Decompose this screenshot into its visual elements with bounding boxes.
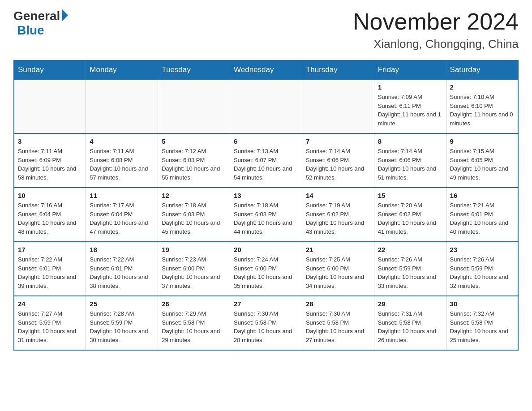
day-number: 29 — [378, 300, 442, 308]
logo-general-text: General — [13, 9, 60, 23]
calendar-cell: 3Sunrise: 7:11 AMSunset: 6:09 PMDaylight… — [14, 133, 86, 188]
day-info: Sunrise: 7:14 AMSunset: 6:06 PMDaylight:… — [306, 147, 370, 182]
day-number: 7 — [306, 137, 370, 145]
calendar-cell: 7Sunrise: 7:14 AMSunset: 6:06 PMDaylight… — [302, 133, 374, 188]
day-info: Sunrise: 7:11 AMSunset: 6:08 PMDaylight:… — [90, 147, 154, 182]
calendar-cell: 5Sunrise: 7:12 AMSunset: 6:08 PMDaylight… — [158, 133, 230, 188]
day-info: Sunrise: 7:18 AMSunset: 6:03 PMDaylight:… — [162, 201, 226, 236]
calendar-table: SundayMondayTuesdayWednesdayThursdayFrid… — [13, 60, 519, 351]
day-number: 25 — [90, 300, 154, 308]
day-number: 10 — [18, 192, 82, 199]
calendar-cell: 4Sunrise: 7:11 AMSunset: 6:08 PMDaylight… — [86, 133, 158, 188]
day-number: 19 — [162, 246, 226, 253]
day-info: Sunrise: 7:30 AMSunset: 5:58 PMDaylight:… — [234, 309, 298, 344]
day-number: 27 — [234, 300, 298, 308]
day-info: Sunrise: 7:28 AMSunset: 5:59 PMDaylight:… — [90, 309, 154, 344]
day-number: 6 — [234, 137, 298, 145]
calendar-cell: 9Sunrise: 7:15 AMSunset: 6:05 PMDaylight… — [446, 133, 518, 188]
calendar-cell: 2Sunrise: 7:10 AMSunset: 6:10 PMDaylight… — [446, 79, 518, 133]
day-number: 17 — [18, 246, 82, 253]
day-info: Sunrise: 7:13 AMSunset: 6:07 PMDaylight:… — [234, 147, 298, 182]
calendar-cell: 26Sunrise: 7:29 AMSunset: 5:58 PMDayligh… — [158, 296, 230, 350]
day-info: Sunrise: 7:27 AMSunset: 5:59 PMDaylight:… — [18, 309, 82, 344]
logo-arrow-icon — [62, 9, 68, 21]
calendar-cell: 16Sunrise: 7:21 AMSunset: 6:01 PMDayligh… — [446, 188, 518, 242]
day-info: Sunrise: 7:19 AMSunset: 6:02 PMDaylight:… — [306, 201, 370, 236]
calendar-cell: 1Sunrise: 7:09 AMSunset: 6:11 PMDaylight… — [374, 79, 446, 133]
day-info: Sunrise: 7:22 AMSunset: 6:01 PMDaylight:… — [90, 255, 154, 290]
day-info: Sunrise: 7:20 AMSunset: 6:02 PMDaylight:… — [378, 201, 442, 236]
day-number: 23 — [450, 246, 514, 253]
day-number: 24 — [18, 300, 82, 308]
calendar-cell: 24Sunrise: 7:27 AMSunset: 5:59 PMDayligh… — [14, 296, 86, 350]
day-info: Sunrise: 7:18 AMSunset: 6:03 PMDaylight:… — [234, 201, 298, 236]
day-info: Sunrise: 7:22 AMSunset: 6:01 PMDaylight:… — [18, 255, 82, 290]
day-info: Sunrise: 7:23 AMSunset: 6:00 PMDaylight:… — [162, 255, 226, 290]
calendar-cell: 15Sunrise: 7:20 AMSunset: 6:02 PMDayligh… — [374, 188, 446, 242]
calendar-cell: 17Sunrise: 7:22 AMSunset: 6:01 PMDayligh… — [14, 242, 86, 296]
day-info: Sunrise: 7:10 AMSunset: 6:10 PMDaylight:… — [450, 93, 514, 128]
calendar-day-header: Wednesday — [230, 60, 302, 79]
calendar-cell: 28Sunrise: 7:30 AMSunset: 5:58 PMDayligh… — [302, 296, 374, 350]
calendar-cell: 23Sunrise: 7:26 AMSunset: 5:59 PMDayligh… — [446, 242, 518, 296]
day-number: 12 — [162, 192, 226, 199]
calendar-cell: 6Sunrise: 7:13 AMSunset: 6:07 PMDaylight… — [230, 133, 302, 188]
logo-blue-text: Blue — [17, 23, 44, 38]
title-section: November 2024 Xianlong, Chongqing, China — [353, 9, 519, 51]
day-number: 28 — [306, 300, 370, 308]
calendar-cell: 21Sunrise: 7:25 AMSunset: 6:00 PMDayligh… — [302, 242, 374, 296]
calendar-cell: 8Sunrise: 7:14 AMSunset: 6:06 PMDaylight… — [374, 133, 446, 188]
day-info: Sunrise: 7:32 AMSunset: 5:58 PMDaylight:… — [450, 309, 514, 344]
day-info: Sunrise: 7:11 AMSunset: 6:09 PMDaylight:… — [18, 147, 82, 182]
page-header: General Blue November 2024 Xianlong, Cho… — [13, 9, 519, 51]
day-info: Sunrise: 7:31 AMSunset: 5:58 PMDaylight:… — [378, 309, 442, 344]
calendar-cell: 20Sunrise: 7:24 AMSunset: 6:00 PMDayligh… — [230, 242, 302, 296]
day-number: 3 — [18, 137, 82, 145]
day-info: Sunrise: 7:09 AMSunset: 6:11 PMDaylight:… — [378, 93, 442, 128]
day-info: Sunrise: 7:29 AMSunset: 5:58 PMDaylight:… — [162, 309, 226, 344]
calendar-week-row: 17Sunrise: 7:22 AMSunset: 6:01 PMDayligh… — [14, 242, 518, 296]
calendar-cell: 19Sunrise: 7:23 AMSunset: 6:00 PMDayligh… — [158, 242, 230, 296]
day-info: Sunrise: 7:25 AMSunset: 6:00 PMDaylight:… — [306, 255, 370, 290]
day-info: Sunrise: 7:30 AMSunset: 5:58 PMDaylight:… — [306, 309, 370, 344]
day-number: 2 — [450, 83, 514, 91]
calendar-day-header: Tuesday — [158, 60, 230, 79]
calendar-week-row: 1Sunrise: 7:09 AMSunset: 6:11 PMDaylight… — [14, 79, 518, 133]
day-info: Sunrise: 7:21 AMSunset: 6:01 PMDaylight:… — [450, 201, 514, 236]
month-title: November 2024 — [353, 9, 519, 34]
calendar-cell: 27Sunrise: 7:30 AMSunset: 5:58 PMDayligh… — [230, 296, 302, 350]
day-number: 8 — [378, 137, 442, 145]
day-info: Sunrise: 7:26 AMSunset: 5:59 PMDaylight:… — [378, 255, 442, 290]
logo: General Blue — [13, 9, 68, 38]
day-number: 4 — [90, 137, 154, 145]
calendar-cell: 29Sunrise: 7:31 AMSunset: 5:58 PMDayligh… — [374, 296, 446, 350]
calendar-cell: 18Sunrise: 7:22 AMSunset: 6:01 PMDayligh… — [86, 242, 158, 296]
calendar-cell — [86, 79, 158, 133]
calendar-week-row: 24Sunrise: 7:27 AMSunset: 5:59 PMDayligh… — [14, 296, 518, 350]
calendar-cell: 10Sunrise: 7:16 AMSunset: 6:04 PMDayligh… — [14, 188, 86, 242]
day-number: 13 — [234, 192, 298, 199]
day-number: 30 — [450, 300, 514, 308]
calendar-cell: 25Sunrise: 7:28 AMSunset: 5:59 PMDayligh… — [86, 296, 158, 350]
calendar-day-header: Friday — [374, 60, 446, 79]
day-number: 21 — [306, 246, 370, 253]
day-info: Sunrise: 7:15 AMSunset: 6:05 PMDaylight:… — [450, 147, 514, 182]
calendar-cell: 12Sunrise: 7:18 AMSunset: 6:03 PMDayligh… — [158, 188, 230, 242]
day-info: Sunrise: 7:12 AMSunset: 6:08 PMDaylight:… — [162, 147, 226, 182]
day-number: 20 — [234, 246, 298, 253]
location-title: Xianlong, Chongqing, China — [353, 37, 519, 51]
calendar-cell: 11Sunrise: 7:17 AMSunset: 6:04 PMDayligh… — [86, 188, 158, 242]
day-number: 5 — [162, 137, 226, 145]
calendar-cell: 13Sunrise: 7:18 AMSunset: 6:03 PMDayligh… — [230, 188, 302, 242]
calendar-cell: 22Sunrise: 7:26 AMSunset: 5:59 PMDayligh… — [374, 242, 446, 296]
calendar-week-row: 3Sunrise: 7:11 AMSunset: 6:09 PMDaylight… — [14, 133, 518, 188]
calendar-cell: 30Sunrise: 7:32 AMSunset: 5:58 PMDayligh… — [446, 296, 518, 350]
day-number: 9 — [450, 137, 514, 145]
day-number: 18 — [90, 246, 154, 253]
calendar-cell — [230, 79, 302, 133]
day-info: Sunrise: 7:16 AMSunset: 6:04 PMDaylight:… — [18, 201, 82, 236]
day-number: 14 — [306, 192, 370, 199]
calendar-day-header: Saturday — [446, 60, 518, 79]
calendar-cell — [302, 79, 374, 133]
calendar-header-row: SundayMondayTuesdayWednesdayThursdayFrid… — [14, 60, 518, 79]
